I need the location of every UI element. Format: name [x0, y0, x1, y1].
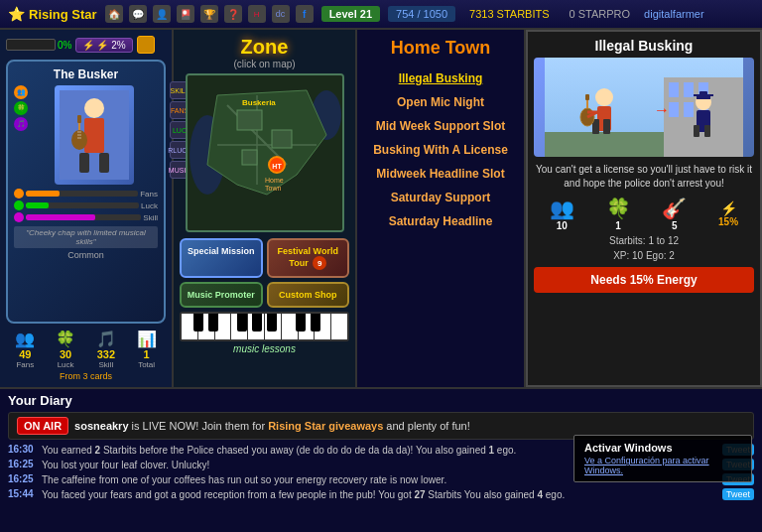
festival-world-tour-btn[interactable]: Festival World Tour 9: [267, 238, 350, 278]
black-key-3[interactable]: [237, 314, 247, 332]
yellow-button[interactable]: [137, 36, 155, 54]
busking-fans-stat: 👥 10: [550, 197, 574, 231]
hometown-item-midweek-support[interactable]: Mid Week Support Slot: [365, 114, 516, 138]
svg-rect-38: [694, 125, 699, 137]
starbits-display: 7313 STARBITS: [463, 8, 556, 20]
black-key-7[interactable]: [311, 314, 320, 332]
busking-xp: XP: 10 Ego: 2: [534, 250, 754, 261]
svg-text:→: →: [654, 101, 670, 118]
white-key-10[interactable]: [331, 314, 347, 339]
game-logo[interactable]: ⭐ Rising Star: [8, 6, 97, 22]
trophy-icon[interactable]: 🏆: [200, 5, 218, 23]
busking-image: →: [534, 58, 754, 157]
windows-activation-title: Activar Windows: [584, 442, 741, 454]
busking-energy-value: 15%: [718, 216, 738, 227]
right-panels: Zone (click on map): [174, 30, 762, 387]
game-icon[interactable]: 👤: [153, 5, 171, 23]
energy-percent: 0%: [58, 40, 71, 51]
windows-activation-overlay: Activar Windows Ve a Configuración para …: [573, 435, 752, 482]
facebook-icon[interactable]: f: [296, 5, 314, 23]
music-promoter-btn[interactable]: Music Promoter: [180, 282, 263, 308]
username-display: digitalfarmer: [644, 8, 704, 20]
hometown-item-saturday-headline[interactable]: Saturday Headline: [365, 209, 516, 233]
busking-skill-icon: 🎸: [662, 197, 687, 220]
card-rarity: Common: [14, 250, 158, 260]
hometown-item-open-mic[interactable]: Open Mic Night: [365, 90, 516, 114]
svg-rect-30: [669, 82, 679, 97]
fans-icon: 👥: [15, 330, 35, 348]
dice-icon[interactable]: 🎴: [177, 5, 194, 23]
discord-icon[interactable]: dc: [272, 5, 290, 23]
black-key-2[interactable]: [208, 314, 218, 332]
luck-value: 30: [60, 348, 71, 360]
zone-map[interactable]: HT Buskeria Home Town: [186, 73, 344, 232]
svg-rect-2: [84, 118, 104, 153]
player-card: The Busker 👥 🍀 🎵: [6, 60, 166, 324]
svg-rect-39: [704, 125, 710, 137]
luck-bar: [26, 202, 139, 208]
hometown-title: Home Town: [365, 38, 516, 59]
total-icon: 📊: [137, 330, 157, 348]
busking-fans-value: 10: [550, 220, 574, 231]
zone-buttons: Special Mission Festival World Tour 9 Mu…: [180, 238, 349, 308]
busking-skill-value: 5: [662, 220, 687, 231]
on-air-message: sosneakry is LIVE NOW! Join them for Ris…: [74, 420, 470, 432]
fans-bar: [26, 191, 138, 197]
left-panel: 0% ⚡ ⚡ 2% The Busker 👥: [0, 30, 174, 387]
hive-icon[interactable]: H: [248, 5, 266, 23]
energy-needed-button[interactable]: Needs 15% Energy: [534, 267, 754, 293]
skill-value: 332: [97, 348, 115, 360]
piano-keys[interactable]: [180, 312, 349, 341]
music-lessons-label[interactable]: music lessons: [233, 343, 296, 354]
starpro-display: 0 STARPRO: [564, 8, 637, 20]
black-key-6[interactable]: [296, 314, 306, 332]
fans-dot: [14, 189, 24, 199]
svg-point-43: [595, 88, 613, 106]
hometown-item-busking-license[interactable]: Busking With A License: [365, 138, 516, 162]
fans-stat-label: Fans: [140, 190, 158, 199]
luck-dot: [14, 200, 24, 210]
luck-mini-icon: 🍀: [14, 101, 28, 115]
tweet-button-4[interactable]: Tweet: [722, 488, 754, 500]
luck-icon: 🍀: [56, 330, 75, 348]
total-value: 1: [144, 348, 150, 360]
main-content: 0% ⚡ ⚡ 2% The Busker 👥: [0, 30, 762, 387]
hometown-item-illegal-busking[interactable]: Illegal Busking: [365, 66, 516, 90]
windows-settings-link[interactable]: Ve a Configuración para activar Windows.: [584, 456, 709, 475]
luck-stat: 🍀 30 Luck: [47, 330, 85, 369]
svg-rect-19: [272, 130, 292, 148]
on-air-badge: ON AIR: [17, 417, 68, 435]
black-key-4[interactable]: [252, 314, 262, 332]
special-mission-btn[interactable]: Special Mission: [180, 238, 263, 278]
busking-luck-stat: 🍀 1: [606, 197, 631, 231]
hometown-item-midweek-headline[interactable]: Midweek Headline Slot: [365, 162, 516, 186]
skill-bar: [26, 214, 141, 220]
busking-luck-value: 1: [606, 220, 631, 231]
fans-label: Fans: [16, 360, 34, 369]
custom-shop-btn[interactable]: Custom Shop: [267, 282, 350, 308]
skill-button[interactable]: ⚡ ⚡ 2%: [75, 38, 132, 53]
black-key-1[interactable]: [193, 314, 203, 332]
nav-icons: 🏠 💬 👤 🎴 🏆 ❓ H dc f: [105, 5, 314, 23]
svg-rect-46: [603, 119, 610, 134]
help-icon[interactable]: ❓: [224, 5, 242, 23]
from-cards: From 3 cards: [6, 371, 166, 381]
svg-rect-18: [237, 110, 262, 130]
windows-activation-subtitle: Ve a Configuración para activar Windows.: [584, 456, 741, 475]
busking-stats-row: 👥 10 🍀 1 🎸 5 ⚡ 15%: [534, 197, 754, 231]
chat-icon[interactable]: 💬: [129, 5, 147, 23]
black-key-5[interactable]: [267, 314, 277, 332]
home-icon[interactable]: 🏠: [105, 5, 123, 23]
busking-energy-icon: ⚡: [718, 200, 738, 216]
busking-panel: Illegal Busking: [526, 30, 762, 387]
star-icon: ⭐: [8, 6, 25, 22]
luck-label: Luck: [58, 360, 74, 369]
total-stat: 📊 1 Total: [127, 330, 166, 369]
festival-badge: 9: [313, 256, 326, 270]
skill-stat: 🎵 332 Skill: [87, 330, 126, 369]
fans-stat: 👥 49 Fans: [6, 330, 45, 369]
energy-bar: [6, 39, 56, 51]
hometown-item-saturday-support[interactable]: Saturday Support: [365, 186, 516, 209]
busking-fans-icon: 👥: [550, 197, 574, 220]
total-label: Total: [138, 360, 155, 369]
